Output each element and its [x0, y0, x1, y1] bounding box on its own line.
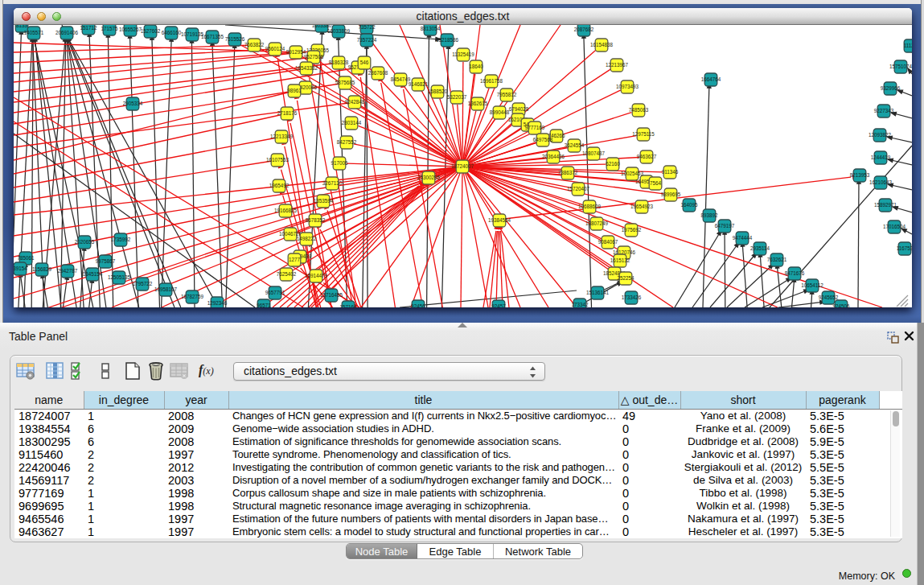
svg-text:20691406: 20691406 [55, 30, 79, 35]
svg-text:1975692: 1975692 [622, 227, 642, 233]
svg-text:92457: 92457 [491, 303, 506, 307]
svg-text:8990448: 8990448 [490, 109, 510, 115]
svg-text:10973493: 10973493 [616, 84, 639, 89]
svg-text:116753: 116753 [897, 245, 912, 251]
svg-text:9227343: 9227343 [874, 108, 894, 113]
svg-text:1733426: 1733426 [622, 295, 642, 300]
svg-text:12213967: 12213967 [606, 62, 629, 68]
svg-text:9084067: 9084067 [598, 239, 618, 245]
svg-text:19166825: 19166825 [274, 208, 298, 213]
svg-text:2935114: 2935114 [750, 245, 770, 251]
svg-text:15720407: 15720407 [567, 186, 590, 192]
svg-text:16210643: 16210643 [869, 179, 893, 185]
svg-text:9975867: 9975867 [96, 258, 116, 264]
svg-text:9527505: 9527505 [304, 54, 324, 60]
svg-text:16154838: 16154838 [590, 42, 614, 47]
svg-text:924506: 924506 [832, 303, 850, 307]
svg-text:7485063: 7485063 [629, 107, 649, 113]
svg-text:2020655: 2020655 [75, 239, 95, 245]
svg-text:1353594: 1353594 [314, 198, 334, 204]
svg-text:8213953: 8213953 [850, 172, 870, 178]
svg-text:785061: 785061 [17, 255, 35, 261]
svg-text:15136141: 15136141 [586, 290, 610, 295]
svg-text:1664764: 1664764 [701, 76, 721, 82]
svg-text:917006: 917006 [331, 160, 348, 166]
svg-text:9146821: 9146821 [409, 81, 429, 87]
svg-text:2803144: 2803144 [342, 120, 362, 126]
svg-text:6479197: 6479197 [715, 223, 735, 229]
svg-text:17016504: 17016504 [883, 224, 906, 229]
svg-text:39154: 39154 [14, 266, 27, 271]
svg-text:2942787: 2942787 [58, 268, 78, 274]
svg-text:2867608: 2867608 [368, 70, 388, 76]
svg-text:157164: 157164 [339, 304, 357, 307]
svg-text:1498222: 1498222 [297, 236, 317, 241]
svg-text:893892: 893892 [700, 212, 718, 218]
svg-text:6794028: 6794028 [509, 106, 529, 112]
svg-text:12975115: 12975115 [632, 131, 655, 137]
svg-text:12505135: 12505135 [108, 274, 131, 280]
svg-text:3624554: 3624554 [565, 142, 585, 148]
svg-text:1362615: 1362615 [468, 101, 488, 106]
svg-text:18724007: 18724007 [451, 163, 474, 169]
svg-text:15892971: 15892971 [874, 202, 897, 208]
svg-text:7632621: 7632621 [767, 257, 787, 262]
svg-text:16671355: 16671355 [201, 34, 224, 39]
svg-text:1735992: 1735992 [111, 237, 131, 242]
svg-text:9245652: 9245652 [819, 295, 839, 300]
svg-text:10807487: 10807487 [582, 150, 606, 156]
svg-text:8813054: 8813054 [421, 26, 441, 31]
svg-text:8427552: 8427552 [337, 139, 357, 145]
svg-text:92456: 92456 [411, 303, 425, 307]
svg-text:7357224: 7357224 [357, 37, 377, 43]
svg-text:9329966: 9329966 [881, 85, 901, 91]
svg-text:1795722: 1795722 [133, 281, 153, 286]
svg-text:9474444: 9474444 [733, 235, 753, 241]
svg-text:10958107: 10958107 [154, 286, 178, 292]
svg-text:2087682: 2087682 [574, 27, 594, 32]
svg-text:171575: 171575 [101, 26, 118, 31]
svg-text:173342: 173342 [571, 302, 589, 307]
svg-text:1277: 1277 [289, 257, 301, 262]
svg-text:3267130: 3267130 [322, 180, 343, 186]
svg-text:1244419: 1244419 [871, 154, 891, 160]
svg-text:8678352: 8678352 [306, 217, 326, 223]
svg-text:16782759: 16782759 [181, 294, 204, 299]
svg-text:7515526: 7515526 [225, 36, 245, 42]
svg-text:11124: 11124 [904, 43, 912, 48]
svg-text:18807249: 18807249 [585, 220, 609, 226]
svg-text:9777169: 9777169 [525, 125, 545, 130]
svg-text:13218586: 13218586 [436, 37, 459, 43]
svg-text:9242848: 9242848 [345, 99, 365, 105]
svg-text:10654112: 10654112 [801, 282, 823, 288]
svg-text:98961: 98961 [287, 88, 302, 93]
svg-text:10688609: 10688609 [578, 204, 602, 209]
svg-text:1345154: 1345154 [83, 271, 103, 277]
svg-text:15716485: 15716485 [320, 292, 343, 298]
svg-text:9463627: 9463627 [637, 154, 657, 159]
svg-text:16961758: 16961758 [480, 78, 503, 84]
svg-text:1527602: 1527602 [141, 28, 161, 34]
svg-text:7386372: 7386372 [558, 170, 578, 175]
svg-text:7625402: 7625402 [277, 271, 297, 277]
svg-text:9657791: 9657791 [265, 290, 285, 295]
svg-text:5322037: 5322037 [447, 94, 467, 100]
svg-text:1965492: 1965492 [269, 183, 290, 188]
svg-text:18640: 18640 [469, 64, 483, 69]
svg-text:2905334: 2905334 [123, 101, 143, 106]
svg-text:8133: 8133 [16, 25, 28, 28]
svg-text:10655267: 10655267 [119, 27, 142, 32]
svg-text:11325419: 11325419 [452, 51, 474, 57]
svg-text:25300295: 25300295 [417, 175, 441, 180]
svg-text:8471676: 8471676 [785, 270, 805, 276]
svg-text:19654923: 19654923 [630, 204, 654, 209]
svg-text:12213349: 12213349 [270, 134, 294, 139]
svg-text:10025453: 10025453 [621, 171, 644, 176]
svg-text:16033809: 16033809 [327, 28, 351, 34]
svg-text:735722: 735722 [358, 25, 376, 30]
svg-text:5875685: 5875685 [335, 80, 355, 85]
svg-text:2718176: 2718176 [277, 110, 298, 116]
svg-text:9560124: 9560124 [265, 46, 285, 51]
svg-text:7564: 7564 [650, 180, 662, 186]
svg-text:6466160: 6466160 [162, 30, 182, 35]
